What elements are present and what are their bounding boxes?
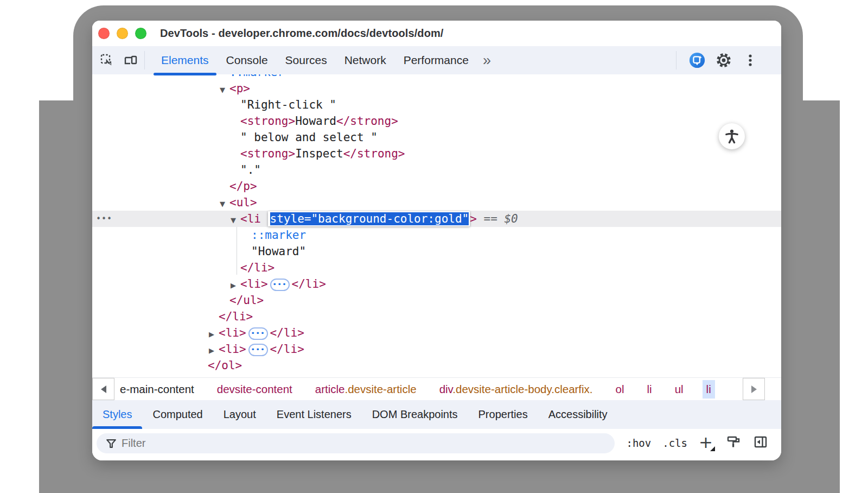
- breadcrumb-item-div[interactable]: div.devsite-article-body.clearfix.: [436, 380, 597, 399]
- tab-console[interactable]: Console: [218, 46, 277, 74]
- sidebar-tab-dom-breakpoints[interactable]: DOM Breakpoints: [362, 400, 468, 429]
- breadcrumb-item-e-main-content[interactable]: e-main-content: [116, 380, 198, 399]
- dom-tag: <ul>: [229, 196, 257, 209]
- accessibility-button[interactable]: [719, 123, 745, 149]
- close-button[interactable]: [98, 28, 110, 39]
- styles-filter-bar: :hov .cls +: [92, 429, 781, 460]
- sidebar-tab-computed[interactable]: Computed: [142, 400, 213, 429]
- more-tabs-icon[interactable]: »: [477, 53, 496, 68]
- dom-text: ".": [240, 163, 261, 176]
- expand-arrow-icon[interactable]: ▼: [220, 82, 229, 98]
- filter-input[interactable]: [97, 433, 615, 453]
- dom-tree-row[interactable]: ▶<li>•••</li>: [92, 341, 781, 357]
- new-style-rule-caret-icon: [710, 446, 715, 451]
- rendering-paint-icon[interactable]: [726, 434, 742, 452]
- breadcrumb-item-article[interactable]: article.devsite-article: [311, 380, 420, 399]
- dom-tag: <li>: [219, 343, 246, 356]
- minimize-button[interactable]: [117, 28, 128, 39]
- dom-tree-row[interactable]: ::marker: [92, 227, 781, 243]
- dom-tree-row[interactable]: <strong>Inspect</strong>: [92, 146, 781, 162]
- title-bar: DevTools - developer.chrome.com/docs/dev…: [92, 21, 781, 46]
- settings-gear-icon[interactable]: [716, 52, 732, 68]
- dom-tag: <strong>: [240, 147, 295, 160]
- breadcrumb-item-li[interactable]: li: [703, 380, 715, 399]
- dom-tree-row[interactable]: ▼<ul>: [92, 194, 781, 211]
- attribute-editor[interactable]: style="background-color:gold": [268, 211, 470, 226]
- dom-tree-row[interactable]: <strong>Howard</strong>: [92, 113, 781, 129]
- dom-tag: </p>: [229, 180, 257, 193]
- toggle-element-state-button[interactable]: :hov: [626, 437, 651, 449]
- expand-arrow-icon[interactable]: ▼: [231, 212, 240, 229]
- dom-tag: </li>: [219, 310, 253, 323]
- expand-arrow-icon[interactable]: ▶: [209, 326, 219, 343]
- dom-tag: <p>: [229, 82, 250, 95]
- zoom-button[interactable]: [135, 28, 146, 39]
- dom-tree-row[interactable]: "Right-click ": [92, 97, 781, 113]
- filter-funnel-icon: [105, 438, 117, 452]
- sidebar-tab-strip: StylesComputedLayoutEvent ListenersDOM B…: [92, 400, 781, 429]
- tab-sources[interactable]: Sources: [277, 46, 336, 74]
- breadcrumb-scroll-left[interactable]: [92, 378, 114, 400]
- device-toolbar-icon[interactable]: [123, 52, 139, 68]
- breadcrumb-item-devsite-content[interactable]: devsite-content: [213, 380, 296, 399]
- breadcrumb-item-ul[interactable]: ul: [671, 380, 687, 399]
- expand-arrow-icon[interactable]: ▶: [231, 277, 240, 294]
- dom-tree-row[interactable]: •••▼<li style="background-color:gold"> =…: [92, 211, 781, 227]
- dom-tag: </ol>: [208, 359, 242, 372]
- dom-tree-row[interactable]: "Howard": [92, 243, 781, 260]
- breadcrumb-item-li[interactable]: li: [643, 380, 656, 399]
- dom-tree-row[interactable]: </li>: [92, 308, 781, 325]
- more-options-kebab-icon[interactable]: [742, 52, 758, 68]
- dom-tag: </ul>: [229, 294, 264, 307]
- dom-tree-row[interactable]: " below and select ": [92, 129, 781, 146]
- new-style-rule-button[interactable]: +: [699, 435, 715, 451]
- dom-tree-row[interactable]: ▼<p>: [92, 80, 781, 97]
- expand-ellipsis-button[interactable]: •••: [248, 344, 268, 356]
- inspect-icon[interactable]: [99, 52, 115, 68]
- element-classes-button[interactable]: .cls: [662, 437, 687, 449]
- ai-assistance-icon[interactable]: [689, 52, 705, 68]
- dom-tag: <li: [240, 212, 268, 225]
- tab-elements[interactable]: Elements: [152, 46, 218, 74]
- dom-text: Inspect: [295, 147, 343, 160]
- main-toolbar: ElementsConsoleSourcesNetworkPerformance…: [92, 46, 781, 74]
- dom-tree-row[interactable]: </p>: [92, 178, 781, 194]
- sidebar-tab-accessibility[interactable]: Accessibility: [538, 400, 618, 429]
- window-title: DevTools - developer.chrome.com/docs/dev…: [160, 27, 444, 40]
- dom-tag: </li>: [292, 277, 326, 290]
- dom-text: Howard: [295, 115, 336, 128]
- dom-tree-row[interactable]: </ul>: [92, 292, 781, 308]
- expand-arrow-icon[interactable]: ▶: [209, 343, 219, 359]
- sidebar-tab-properties[interactable]: Properties: [468, 400, 538, 429]
- dom-text: "Right-click ": [240, 98, 336, 111]
- dom-tree-row[interactable]: ".": [92, 162, 781, 178]
- breadcrumb: e-main-contentdevsite-contentarticle.dev…: [114, 378, 781, 400]
- toggle-sidebar-icon[interactable]: [753, 434, 768, 452]
- toolbar-divider: [144, 51, 145, 69]
- panel-tab-strip: ElementsConsoleSourcesNetworkPerformance: [152, 46, 477, 74]
- expand-ellipsis-button[interactable]: •••: [248, 327, 268, 340]
- breadcrumb-bar: e-main-contentdevsite-contentarticle.dev…: [92, 377, 781, 400]
- toolbar-right-divider: [676, 51, 676, 69]
- sidebar-tab-event-listeners[interactable]: Event Listeners: [266, 400, 362, 429]
- dom-tree-row[interactable]: </li>: [92, 260, 781, 276]
- dom-tree-row[interactable]: </ol>: [92, 357, 781, 374]
- sidebar-tab-layout[interactable]: Layout: [213, 400, 266, 429]
- row-options-dots[interactable]: •••: [96, 211, 112, 227]
- tab-performance[interactable]: Performance: [395, 46, 477, 74]
- breadcrumb-scroll-right[interactable]: [743, 378, 765, 400]
- dom-tree-row[interactable]: ▶<li>•••</li>: [92, 325, 781, 341]
- dom-tree-row[interactable]: ▶<li>•••</li>: [92, 276, 781, 292]
- dom-text: " below and select ": [240, 131, 378, 144]
- expand-ellipsis-button[interactable]: •••: [270, 279, 290, 291]
- dom-tag: </strong>: [343, 147, 405, 160]
- expand-arrow-icon[interactable]: ▼: [220, 196, 229, 212]
- elements-dom-tree: ::marker▼<p>"Right-click "<strong>Howard…: [92, 74, 781, 377]
- dom-tag: <li>: [240, 277, 268, 290]
- dom-tag: </li>: [240, 261, 275, 274]
- dom-tag: </li>: [270, 326, 304, 339]
- breadcrumb-item-ol[interactable]: ol: [612, 380, 628, 399]
- dom-tag: <li>: [219, 326, 246, 339]
- sidebar-tab-styles[interactable]: Styles: [92, 400, 142, 429]
- tab-network[interactable]: Network: [336, 46, 395, 74]
